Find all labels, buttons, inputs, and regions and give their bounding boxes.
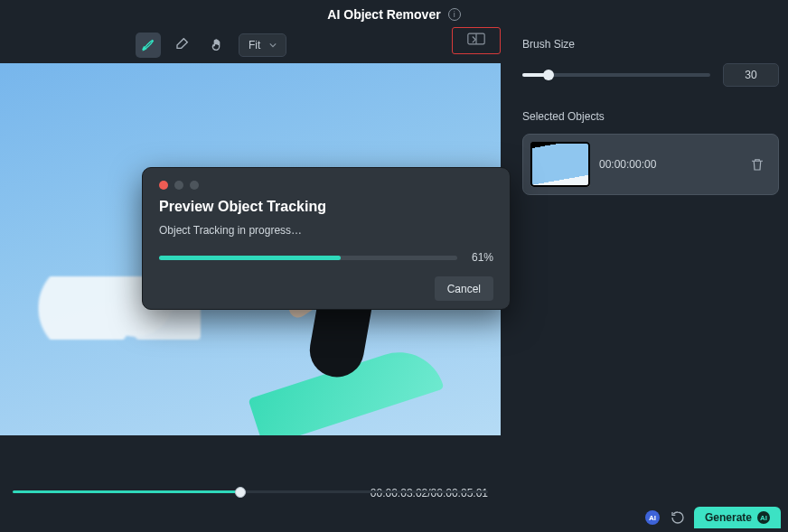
footer: AI Generate AI bbox=[643, 507, 781, 528]
generate-label: Generate bbox=[705, 511, 752, 524]
ai-badge-icon: AI bbox=[757, 511, 770, 524]
brush-size-control: 30 bbox=[522, 63, 779, 87]
brush-size-label: Brush Size bbox=[522, 38, 779, 51]
info-icon[interactable]: i bbox=[448, 8, 461, 21]
hand-tool-button[interactable] bbox=[204, 33, 230, 58]
playback-fill bbox=[13, 490, 240, 493]
selected-object-item[interactable]: 00:00:00:00 bbox=[522, 134, 779, 195]
eraser-tool-button[interactable] bbox=[170, 33, 195, 58]
object-timecode: 00:00:00:00 bbox=[599, 158, 740, 171]
delete-icon[interactable] bbox=[749, 156, 765, 173]
brush-tool-button[interactable] bbox=[136, 33, 161, 58]
minimize-icon[interactable] bbox=[174, 181, 183, 190]
window-controls bbox=[159, 181, 493, 190]
zoom-fit-label: Fit bbox=[249, 39, 260, 51]
chevron-down-icon bbox=[269, 42, 277, 49]
compare-icon bbox=[467, 33, 485, 45]
page-title: AI Object Remover bbox=[327, 7, 440, 22]
dialog-title: Preview Object Tracking bbox=[159, 199, 493, 215]
brush-size-thumb[interactable] bbox=[543, 70, 554, 80]
progress-percent: 61% bbox=[466, 251, 493, 264]
brush-size-slider[interactable] bbox=[522, 73, 710, 77]
time-current: 00:00:03:02 bbox=[371, 487, 427, 499]
reset-button[interactable] bbox=[669, 509, 687, 527]
zoom-fit-select[interactable]: Fit bbox=[239, 33, 286, 57]
time-total: 00:00:05:01 bbox=[431, 487, 488, 499]
progress-row: 61% bbox=[159, 251, 493, 264]
compare-button[interactable] bbox=[467, 33, 485, 49]
close-icon[interactable] bbox=[159, 181, 168, 190]
right-panel: Brush Size 30 Selected Objects 00:00:00:… bbox=[506, 27, 788, 532]
ai-help-button[interactable]: AI bbox=[643, 509, 661, 527]
progress-fill bbox=[159, 256, 341, 260]
cancel-button[interactable]: Cancel bbox=[435, 276, 493, 301]
compare-button-highlight bbox=[452, 27, 501, 54]
header: AI Object Remover i bbox=[0, 0, 788, 27]
maximize-icon[interactable] bbox=[190, 181, 199, 190]
playback-bar: 00:00:03:02/00:00:05:01 bbox=[0, 462, 501, 532]
dialog-message: Object Tracking in progress… bbox=[159, 224, 493, 237]
toolbar: Fit bbox=[0, 27, 506, 63]
selected-objects-label: Selected Objects bbox=[522, 110, 779, 123]
playback-thumb[interactable] bbox=[235, 487, 246, 498]
svg-text:AI: AI bbox=[649, 514, 656, 522]
object-thumbnail bbox=[530, 142, 590, 187]
progress-dialog: Preview Object Tracking Object Tracking … bbox=[142, 167, 511, 310]
progress-bar bbox=[159, 256, 457, 260]
timecode: 00:00:03:02/00:00:05:01 bbox=[371, 487, 488, 499]
brush-size-value[interactable]: 30 bbox=[723, 63, 779, 87]
generate-button[interactable]: Generate AI bbox=[694, 507, 781, 528]
playback-slider[interactable] bbox=[13, 490, 488, 493]
